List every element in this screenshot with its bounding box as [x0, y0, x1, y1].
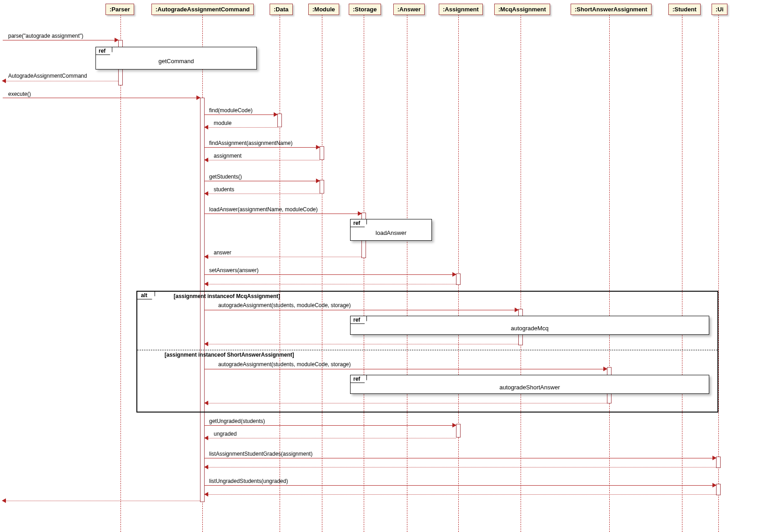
arrowhead-getstudents — [316, 179, 320, 183]
ref-tag-automcq: ref — [350, 316, 367, 324]
msg-ret-module: module — [214, 120, 231, 126]
alt-divider — [137, 350, 717, 350]
arrowhead-ret-execute — [2, 498, 6, 503]
msg-getungraded: getUngraded(students) — [209, 418, 265, 424]
ref-autoshort: ref autogradeShortAnswer — [350, 375, 709, 394]
msg-autograde-short: autogradeAssignment(students, moduleCode… — [218, 361, 351, 368]
arrowhead-ret-listgrades — [204, 465, 208, 469]
participant-assignment: :Assignment — [439, 4, 483, 15]
participant-storage: :Storage — [349, 4, 381, 15]
alt-guard-1: [assignment instanceof McqAssignment] — [174, 293, 280, 299]
msg-ret-cmd: AutogradeAssignmentCommand — [8, 73, 87, 79]
arrowhead-ret-automcq — [204, 342, 208, 346]
arrow-autograde-mcq — [205, 310, 518, 310]
arrow-loadanswer — [205, 214, 361, 214]
msg-execute: execute() — [8, 91, 31, 97]
msg-findassign: findAssignment(assignmentName) — [209, 140, 292, 146]
participant-cmd: :AutogradeAssignmentCommand — [151, 4, 254, 15]
arrow-ret-listungraded — [207, 494, 716, 495]
arrowhead-autograde-short — [603, 367, 607, 371]
arrow-ret-automcq — [207, 344, 518, 344]
arrow-ret-ungraded — [207, 438, 456, 438]
msg-getstudents: getStudents() — [209, 174, 242, 180]
activation-assignment-2 — [456, 424, 461, 438]
activation-module-1 — [320, 146, 324, 160]
msg-listungraded: listUngradedStudents(ungraded) — [209, 478, 288, 484]
arrowhead-listgrades — [712, 456, 717, 460]
arrow-listgrades — [205, 458, 716, 458]
arrowhead-loadanswer — [358, 211, 362, 216]
arrow-ret-module — [207, 127, 277, 128]
arrow-find — [205, 114, 277, 115]
arrowhead-find — [274, 112, 278, 117]
activation-ui-1 — [716, 457, 721, 468]
lifeline-answer — [407, 15, 407, 532]
ref-automcq: ref autogradeMcq — [350, 316, 709, 335]
lifeline-ui — [718, 15, 719, 532]
arrow-parse — [3, 40, 118, 40]
participant-answer: :Answer — [393, 4, 425, 15]
ref-tag-getcommand: ref — [95, 47, 112, 55]
arrowhead-autograde-mcq — [515, 308, 519, 312]
msg-ret-answer: answer — [214, 249, 231, 256]
msg-parse: parse("autograde assignment") — [8, 33, 83, 39]
arrow-execute — [3, 98, 200, 98]
arrow-ret-students — [207, 194, 320, 194]
lifeline-module — [322, 15, 322, 532]
msg-loadanswer: loadAnswer(assignmentName, moduleCode) — [209, 206, 318, 213]
arrow-setanswers — [205, 274, 456, 275]
ref-loadanswer: ref loadAnswer — [350, 219, 432, 241]
arrowhead-ret-assign — [204, 158, 208, 162]
msg-find: find(moduleCode) — [209, 107, 252, 114]
arrowhead-parse — [115, 38, 119, 42]
msg-setanswers: setAnswers(answer) — [209, 267, 259, 273]
arrowhead-ret-cmd — [2, 79, 6, 83]
arrowhead-ret-answer — [204, 254, 208, 259]
arrow-ret-answer — [207, 257, 361, 257]
msg-listgrades: listAssignmentStudentGrades(assignment) — [209, 451, 312, 457]
arrow-ret-listgrades — [207, 467, 716, 467]
lifeline-short — [609, 15, 610, 532]
arrowhead-ret-autoshort — [204, 401, 208, 405]
arrow-ret-execute — [5, 501, 200, 501]
participant-mcq: :McqAssignment — [494, 4, 550, 15]
arrowhead-listungraded — [712, 483, 717, 487]
arrow-getstudents — [205, 181, 320, 181]
msg-ret-ungraded: ungraded — [214, 431, 237, 437]
lifeline-mcq — [521, 15, 521, 532]
arrowhead-ret-listungraded — [204, 492, 208, 497]
arrowhead-ret-students — [204, 191, 208, 196]
ref-label-loadanswer: loadAnswer — [351, 229, 431, 236]
arrow-ret-autoshort — [207, 403, 607, 403]
arrow-ret-assign — [207, 160, 320, 160]
arrowhead-ret-ungraded — [204, 436, 208, 440]
msg-ret-assign: assignment — [214, 153, 241, 159]
ref-tag-autoshort: ref — [350, 375, 367, 383]
participant-parser: :Parser — [105, 4, 134, 15]
activation-assignment-1 — [456, 273, 461, 285]
activation-ui-2 — [716, 484, 721, 495]
arrowhead-getungraded — [452, 423, 456, 428]
arrow-ret-setanswers — [207, 284, 456, 284]
arrow-getungraded — [205, 425, 456, 426]
participant-module: :Module — [308, 4, 339, 15]
arrowhead-execute — [196, 95, 201, 100]
ref-tag-loadanswer: ref — [350, 219, 367, 227]
lifeline-parser — [120, 15, 121, 532]
arrow-findassign — [205, 147, 320, 148]
ref-getcommand: ref getCommand — [95, 47, 257, 70]
participant-data: :Data — [270, 4, 293, 15]
lifeline-storage — [364, 15, 364, 532]
arrowhead-findassign — [316, 145, 320, 149]
alt-frame: alt [assignment instanceof McqAssignment… — [136, 291, 718, 413]
lifeline-student — [682, 15, 682, 532]
arrowhead-ret-setanswers — [204, 282, 208, 286]
activation-module-2 — [320, 180, 324, 194]
ref-label-automcq: autogradeMcq — [351, 325, 709, 332]
participant-ui: :Ui — [712, 4, 727, 15]
alt-tag: alt — [137, 292, 155, 299]
arrow-ret-cmd — [5, 81, 118, 81]
participant-short: :ShortAnswerAssignment — [571, 4, 652, 15]
arrowhead-ret-module — [204, 125, 208, 129]
msg-autograde-mcq: autogradeAssignment(students, moduleCode… — [218, 302, 351, 308]
